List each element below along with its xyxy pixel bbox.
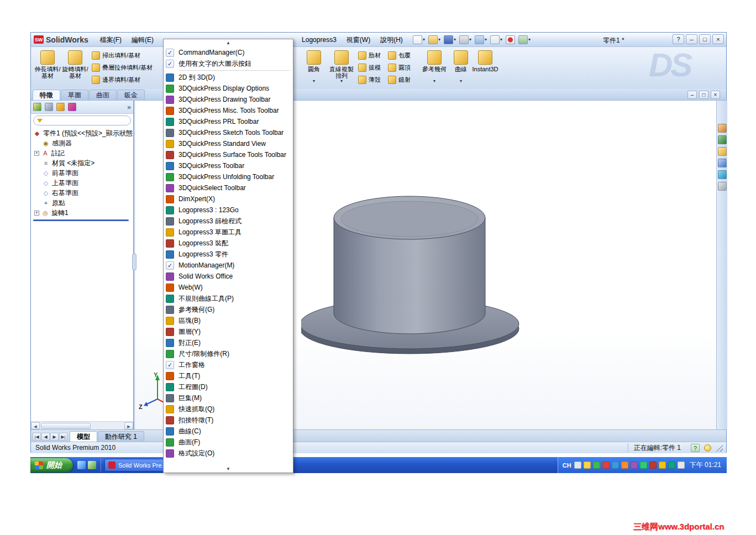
- tree-item[interactable]: ≡材質 <未指定>: [31, 158, 133, 168]
- menu-item-toolbars[interactable]: 3DQuickPress Display Options: [164, 83, 293, 94]
- appearances-icon[interactable]: [718, 170, 727, 179]
- menu-item-toolbars[interactable]: 2D 到 3D(D): [164, 72, 293, 83]
- menu-item-toolbars[interactable]: 3DQuickPress Sketch Tools Toolbar: [164, 127, 293, 138]
- start-button[interactable]: 開始: [30, 458, 73, 473]
- toolbar-button[interactable]: ▾: [443, 34, 456, 45]
- menu-item-toolbars[interactable]: 格式設定(O): [164, 448, 293, 459]
- toolbar-button[interactable]: [505, 34, 516, 45]
- property-manager-icon[interactable]: [45, 103, 53, 111]
- menu-item-toolbars[interactable]: 不規則曲線工具(P): [164, 293, 293, 304]
- tray-icon[interactable]: [621, 461, 628, 469]
- scroll-left-button[interactable]: ◀: [31, 422, 40, 429]
- menu-item-toolbars[interactable]: 對正(E): [164, 337, 293, 348]
- cm-button-small[interactable]: 包覆: [388, 50, 417, 61]
- taskbar-task-solidworks[interactable]: Solid Works Premium ...: [104, 459, 172, 471]
- menu-item-toolbars[interactable]: 圖層(Y): [164, 326, 293, 337]
- toolbar-button[interactable]: ▾: [474, 34, 487, 45]
- tree-item[interactable]: ◇前基準面: [31, 168, 133, 178]
- cm-button-small[interactable]: 邊界填料/基材: [92, 74, 169, 85]
- bottom-tab[interactable]: 模型: [70, 431, 97, 442]
- cm-button-small[interactable]: 疊層拉伸填料/基材: [92, 62, 169, 73]
- tray-icon[interactable]: [631, 461, 638, 469]
- menu-item-toolbars[interactable]: 3DQuickPress Drawing Toolbar: [164, 94, 293, 105]
- menu-item-toolbars[interactable]: 3DQuickPress PRL Toolbar: [164, 116, 293, 127]
- language-indicator[interactable]: CH: [563, 462, 571, 469]
- scrollbar-thumb[interactable]: [41, 423, 91, 429]
- filter-box[interactable]: [33, 116, 131, 125]
- tray-icon[interactable]: [659, 461, 666, 469]
- hat-top-face[interactable]: [341, 201, 478, 237]
- quick-launch-icon[interactable]: [88, 461, 96, 469]
- toolbar-button[interactable]: ▾: [428, 34, 441, 45]
- help-icon[interactable]: [584, 461, 591, 469]
- menubar-item[interactable]: Logopress3: [297, 34, 342, 45]
- cm-button[interactable]: 參考幾何▾: [421, 49, 448, 87]
- minimize-button[interactable]: –: [686, 34, 697, 44]
- toolbar-button[interactable]: ▾: [412, 34, 426, 45]
- resize-grip[interactable]: [716, 444, 723, 452]
- help-button[interactable]: ?: [673, 34, 684, 44]
- menu-item-toolbars[interactable]: DimXpert(X): [164, 193, 293, 204]
- tray-icon[interactable]: [668, 461, 675, 469]
- doc-minimize-button[interactable]: –: [687, 91, 697, 99]
- quick-launch-icon[interactable]: [77, 461, 86, 469]
- tab-scroll-button[interactable]: |◀: [33, 433, 41, 440]
- menubar-item[interactable]: 視窗(W): [342, 34, 375, 45]
- cm-button[interactable]: Instant3D: [472, 49, 498, 87]
- expand-icon[interactable]: +: [34, 151, 39, 156]
- tree-item[interactable]: +A註記: [31, 148, 133, 158]
- clock[interactable]: 下午 01:21: [690, 460, 721, 470]
- expand-icon[interactable]: +: [34, 211, 39, 216]
- status-help-icon[interactable]: ?: [691, 444, 700, 452]
- menu-item-toolbars[interactable]: 尺寸/限制條件(R): [164, 348, 293, 359]
- menu-item-toolbars[interactable]: ✓CommandManager(C): [164, 47, 293, 58]
- tree-item[interactable]: +◎旋轉1: [31, 208, 133, 218]
- cm-button-small[interactable]: 圓頂: [388, 62, 417, 73]
- view-palette-icon[interactable]: [718, 159, 727, 167]
- toolbar-button[interactable]: ▾: [518, 34, 531, 45]
- configuration-manager-icon[interactable]: [56, 103, 65, 111]
- menu-item-toolbars[interactable]: 3DQuickPress Surface Tools Toolbar: [164, 149, 293, 160]
- command-tab[interactable]: 草圖: [61, 90, 88, 100]
- cm-button-small[interactable]: 鏡射: [388, 74, 417, 85]
- cm-button[interactable]: 曲線▾: [448, 49, 474, 87]
- tree-item[interactable]: +原點: [31, 198, 133, 208]
- tree-item[interactable]: ◇右基準面: [31, 188, 133, 198]
- menu-item-toolbars[interactable]: 巨集(M): [164, 392, 293, 403]
- command-tab[interactable]: 曲面: [89, 90, 117, 100]
- cm-button[interactable]: 旋轉填料/基材: [62, 49, 88, 87]
- menu-item-toolbars[interactable]: Solid Works Office: [164, 271, 293, 282]
- tree-item[interactable]: ◉感測器: [31, 138, 133, 148]
- tab-scroll-button[interactable]: ▶: [50, 433, 59, 440]
- menu-item-toolbars[interactable]: Logopress3 : 123Go: [164, 204, 293, 216]
- dimxpert-manager-icon[interactable]: [68, 103, 76, 111]
- menubar-item[interactable]: 說明(H): [375, 34, 408, 45]
- menu-item-toolbars[interactable]: Web(W): [164, 282, 293, 293]
- feature-manager-tree-icon[interactable]: [33, 103, 41, 111]
- restore-button[interactable]: □: [699, 34, 711, 44]
- menu-item-toolbars[interactable]: Logopress3 零件: [164, 249, 293, 260]
- menu-item-toolbars[interactable]: ✓MotionManager(M): [164, 260, 293, 271]
- cm-button-small[interactable]: 拔模: [358, 62, 387, 73]
- menubar-item[interactable]: 檔案(F): [95, 34, 127, 45]
- rollback-bar[interactable]: [33, 219, 129, 221]
- doc-restore-button[interactable]: □: [699, 91, 708, 99]
- menu-scroll-up-icon[interactable]: ▲: [164, 39, 293, 46]
- menu-item-toolbars[interactable]: 工具(T): [164, 370, 293, 381]
- custom-properties-icon[interactable]: [718, 182, 727, 191]
- command-tab[interactable]: 鈑金: [117, 90, 145, 100]
- cm-button-small[interactable]: 薄殼: [358, 74, 387, 85]
- menu-item-toolbars[interactable]: 3DQuickPress Misc. Tools Toolbar: [164, 105, 293, 116]
- tab-scroll-button[interactable]: ◀: [41, 433, 50, 440]
- cm-button[interactable]: 直線複製排列▾: [328, 49, 355, 87]
- panel-splitter-handle[interactable]: [132, 254, 136, 270]
- scroll-right-button[interactable]: ▶: [124, 422, 133, 429]
- menu-item-toolbars[interactable]: 曲面(F): [164, 437, 293, 448]
- tray-icon[interactable]: [593, 461, 600, 469]
- menu-item-toolbars[interactable]: Logopress3 篩檢程式: [164, 216, 293, 227]
- tab-scroll-button[interactable]: ▶|: [59, 433, 67, 440]
- menu-item-toolbars[interactable]: 3DQuickSelect Toolbar: [164, 182, 293, 193]
- cm-button-small[interactable]: 掃出填料/基材: [92, 50, 169, 61]
- 3d-model-top-hat[interactable]: [301, 195, 522, 356]
- panel-horizontal-scrollbar[interactable]: ◀ ▶: [31, 421, 133, 429]
